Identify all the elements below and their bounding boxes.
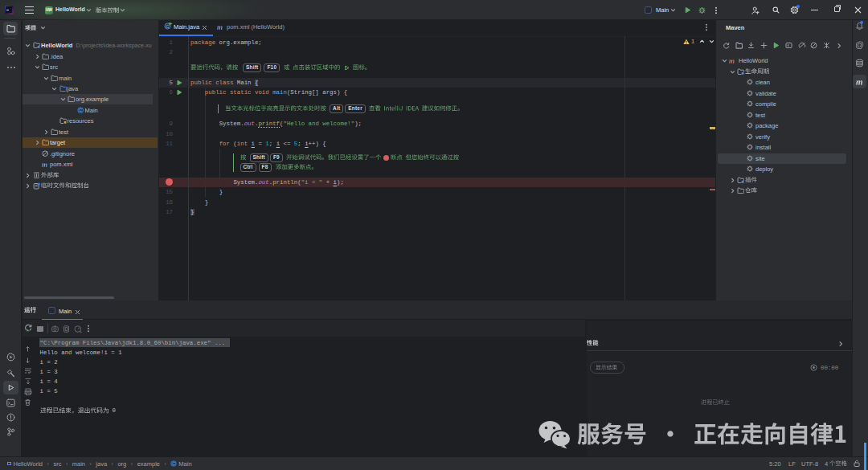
svg-text:C: C [79, 108, 82, 112]
svg-text:C: C [173, 462, 176, 466]
